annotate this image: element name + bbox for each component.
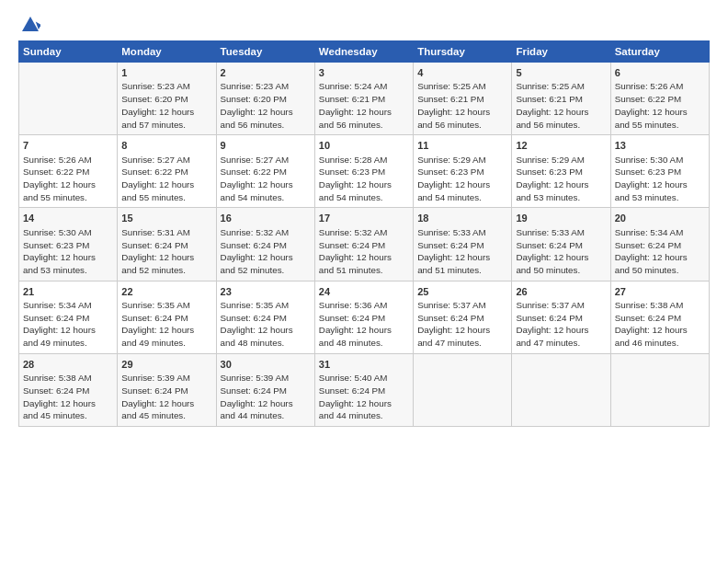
day-number: 22 <box>121 285 211 299</box>
weekday-header-thursday: Thursday <box>414 41 512 63</box>
day-info: Sunrise: 5:27 AMSunset: 6:22 PMDaylight:… <box>221 154 311 204</box>
day-info: Sunrise: 5:26 AMSunset: 6:22 PMDaylight:… <box>615 80 705 131</box>
logo <box>18 15 40 35</box>
day-info: Sunrise: 5:35 AMSunset: 6:24 PMDaylight:… <box>221 299 311 350</box>
calendar-cell: 25Sunrise: 5:37 AMSunset: 6:24 PMDayligh… <box>414 281 512 353</box>
calendar-cell: 15Sunrise: 5:31 AMSunset: 6:24 PMDayligh… <box>118 208 216 281</box>
calendar-cell: 12Sunrise: 5:29 AMSunset: 6:23 PMDayligh… <box>512 135 610 208</box>
day-info: Sunrise: 5:37 AMSunset: 6:24 PMDaylight:… <box>417 299 507 350</box>
day-info: Sunrise: 5:28 AMSunset: 6:23 PMDaylight:… <box>319 154 409 204</box>
calendar-cell: 17Sunrise: 5:32 AMSunset: 6:24 PMDayligh… <box>314 208 413 281</box>
calendar-cell <box>19 63 118 135</box>
day-number: 16 <box>221 212 311 225</box>
week-row-0: 1Sunrise: 5:23 AMSunset: 6:20 PMDaylight… <box>19 63 710 135</box>
svg-marker-0 <box>22 17 39 31</box>
day-info: Sunrise: 5:34 AMSunset: 6:24 PMDaylight:… <box>615 226 705 277</box>
day-number: 25 <box>417 285 507 299</box>
day-number: 30 <box>221 358 311 372</box>
day-info: Sunrise: 5:39 AMSunset: 6:24 PMDaylight:… <box>121 372 211 422</box>
calendar-cell: 7Sunrise: 5:26 AMSunset: 6:22 PMDaylight… <box>19 135 118 208</box>
day-number: 28 <box>23 358 113 372</box>
day-number: 20 <box>615 212 705 225</box>
day-number: 29 <box>121 358 211 372</box>
day-number: 10 <box>319 139 409 153</box>
day-info: Sunrise: 5:31 AMSunset: 6:24 PMDaylight:… <box>121 226 211 277</box>
calendar-cell: 4Sunrise: 5:25 AMSunset: 6:21 PMDaylight… <box>414 63 512 135</box>
calendar-cell: 26Sunrise: 5:37 AMSunset: 6:24 PMDayligh… <box>512 281 610 353</box>
day-info: Sunrise: 5:33 AMSunset: 6:24 PMDaylight:… <box>417 226 507 277</box>
weekday-header-tuesday: Tuesday <box>216 41 314 63</box>
calendar-cell: 2Sunrise: 5:23 AMSunset: 6:20 PMDaylight… <box>216 63 314 135</box>
weekday-header-saturday: Saturday <box>610 41 709 63</box>
day-number: 17 <box>319 212 409 225</box>
calendar-cell: 20Sunrise: 5:34 AMSunset: 6:24 PMDayligh… <box>610 208 709 281</box>
calendar-cell <box>414 353 512 426</box>
day-number: 4 <box>417 66 507 80</box>
day-number: 27 <box>615 285 705 299</box>
calendar-cell: 6Sunrise: 5:26 AMSunset: 6:22 PMDaylight… <box>610 63 709 135</box>
logo-area <box>18 15 40 35</box>
day-info: Sunrise: 5:32 AMSunset: 6:24 PMDaylight:… <box>221 226 311 277</box>
weekday-header-friday: Friday <box>512 41 610 63</box>
day-number: 9 <box>221 139 311 153</box>
day-number: 2 <box>221 66 311 80</box>
day-info: Sunrise: 5:33 AMSunset: 6:24 PMDaylight:… <box>516 226 606 277</box>
calendar-cell <box>512 353 610 426</box>
day-number: 5 <box>516 66 606 80</box>
calendar-cell: 9Sunrise: 5:27 AMSunset: 6:22 PMDaylight… <box>216 135 314 208</box>
calendar-cell: 16Sunrise: 5:32 AMSunset: 6:24 PMDayligh… <box>216 208 314 281</box>
calendar-cell: 28Sunrise: 5:38 AMSunset: 6:24 PMDayligh… <box>19 353 118 426</box>
day-info: Sunrise: 5:27 AMSunset: 6:22 PMDaylight:… <box>121 154 211 204</box>
calendar-cell: 18Sunrise: 5:33 AMSunset: 6:24 PMDayligh… <box>414 208 512 281</box>
day-number: 31 <box>319 358 409 372</box>
day-info: Sunrise: 5:26 AMSunset: 6:22 PMDaylight:… <box>23 154 113 204</box>
day-info: Sunrise: 5:24 AMSunset: 6:21 PMDaylight:… <box>319 80 409 131</box>
calendar-cell: 24Sunrise: 5:36 AMSunset: 6:24 PMDayligh… <box>314 281 413 353</box>
day-number: 24 <box>319 285 409 299</box>
day-number: 12 <box>516 139 606 153</box>
day-info: Sunrise: 5:25 AMSunset: 6:21 PMDaylight:… <box>516 80 606 131</box>
day-number: 15 <box>121 212 211 225</box>
day-info: Sunrise: 5:23 AMSunset: 6:20 PMDaylight:… <box>221 80 311 131</box>
day-number: 6 <box>615 66 705 80</box>
calendar-cell: 13Sunrise: 5:30 AMSunset: 6:23 PMDayligh… <box>610 135 709 208</box>
calendar-cell <box>610 353 709 426</box>
day-number: 13 <box>615 139 705 153</box>
day-number: 18 <box>417 212 507 225</box>
day-info: Sunrise: 5:23 AMSunset: 6:20 PMDaylight:… <box>121 80 211 131</box>
day-info: Sunrise: 5:39 AMSunset: 6:24 PMDaylight:… <box>221 372 311 422</box>
weekday-header-monday: Monday <box>118 41 216 63</box>
calendar-cell: 10Sunrise: 5:28 AMSunset: 6:23 PMDayligh… <box>314 135 413 208</box>
day-info: Sunrise: 5:38 AMSunset: 6:24 PMDaylight:… <box>23 372 113 422</box>
day-number: 21 <box>23 285 113 299</box>
weekday-header-wednesday: Wednesday <box>314 41 413 63</box>
calendar-table: SundayMondayTuesdayWednesdayThursdayFrid… <box>18 40 710 427</box>
calendar-cell: 5Sunrise: 5:25 AMSunset: 6:21 PMDaylight… <box>512 63 610 135</box>
day-info: Sunrise: 5:37 AMSunset: 6:24 PMDaylight:… <box>516 299 606 350</box>
day-info: Sunrise: 5:25 AMSunset: 6:21 PMDaylight:… <box>417 80 507 131</box>
weekday-header-row: SundayMondayTuesdayWednesdayThursdayFrid… <box>19 41 710 63</box>
day-number: 11 <box>417 139 507 153</box>
day-number: 8 <box>121 139 211 153</box>
day-info: Sunrise: 5:30 AMSunset: 6:23 PMDaylight:… <box>23 226 113 277</box>
calendar-cell: 3Sunrise: 5:24 AMSunset: 6:21 PMDaylight… <box>314 63 413 135</box>
day-number: 7 <box>23 139 113 153</box>
day-number: 1 <box>121 66 211 80</box>
weekday-header-sunday: Sunday <box>19 41 118 63</box>
week-row-4: 28Sunrise: 5:38 AMSunset: 6:24 PMDayligh… <box>19 353 710 426</box>
header <box>18 15 710 35</box>
day-info: Sunrise: 5:34 AMSunset: 6:24 PMDaylight:… <box>23 299 113 350</box>
calendar-cell: 23Sunrise: 5:35 AMSunset: 6:24 PMDayligh… <box>216 281 314 353</box>
day-info: Sunrise: 5:29 AMSunset: 6:23 PMDaylight:… <box>516 154 606 204</box>
day-info: Sunrise: 5:36 AMSunset: 6:24 PMDaylight:… <box>319 299 409 350</box>
day-info: Sunrise: 5:30 AMSunset: 6:23 PMDaylight:… <box>615 154 705 204</box>
day-number: 14 <box>23 212 113 225</box>
calendar-cell: 8Sunrise: 5:27 AMSunset: 6:22 PMDaylight… <box>118 135 216 208</box>
day-number: 3 <box>319 66 409 80</box>
day-info: Sunrise: 5:29 AMSunset: 6:23 PMDaylight:… <box>417 154 507 204</box>
logo-icon <box>20 15 40 35</box>
day-info: Sunrise: 5:38 AMSunset: 6:24 PMDaylight:… <box>615 299 705 350</box>
day-number: 26 <box>516 285 606 299</box>
day-number: 19 <box>516 212 606 225</box>
calendar-cell: 27Sunrise: 5:38 AMSunset: 6:24 PMDayligh… <box>610 281 709 353</box>
